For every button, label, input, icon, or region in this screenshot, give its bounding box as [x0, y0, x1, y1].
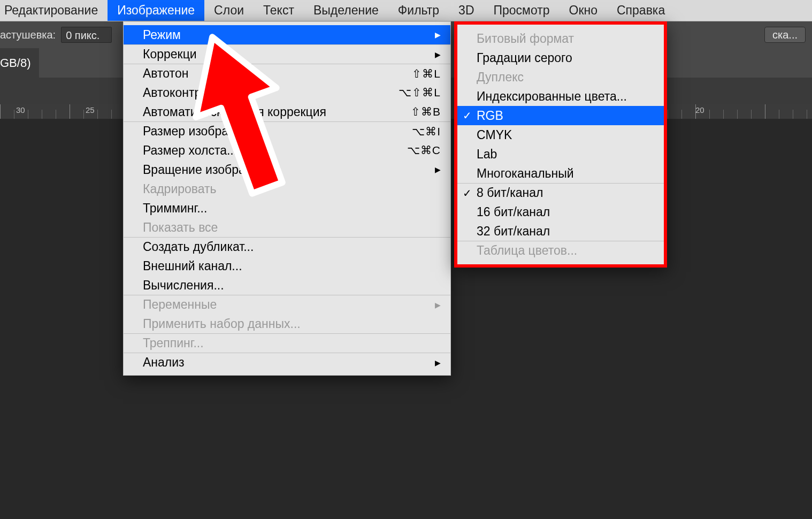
ruler-tick: 30: [16, 105, 25, 115]
image-menu-item-10: Показать все: [124, 218, 450, 237]
ruler-tick: 25: [86, 105, 95, 115]
menu-item-label: 32 бит/канал: [477, 224, 550, 239]
menu-window[interactable]: Окно: [560, 0, 607, 21]
image-menu-item-9[interactable]: Тримминг...: [124, 199, 450, 218]
menu-item-label: 8 бит/канал: [477, 186, 543, 200]
mode-menu-item-5[interactable]: CMYK: [457, 125, 664, 144]
feather-label: астушевка:: [0, 29, 56, 41]
image-menu-item-8: Кадрировать: [124, 179, 450, 199]
menu-view[interactable]: Просмотр: [484, 0, 560, 21]
submenu-arrow-icon: ▶: [413, 358, 441, 367]
mode-menu-item-2: Дуплекс: [457, 67, 664, 87]
menu-item-label: Вращение изображения: [143, 163, 281, 177]
image-menu-item-11[interactable]: Создать дубликат...: [124, 237, 450, 256]
check-icon: ✓: [463, 109, 472, 122]
menu-item-label: Режим: [143, 28, 181, 42]
shortcut-label: ⌥⌘I: [390, 125, 441, 138]
shortcut-label: ⇧⌘L: [390, 67, 441, 80]
mode-menu-item-4[interactable]: ✓RGB: [457, 106, 664, 125]
submenu-arrow-icon: ▶: [413, 50, 441, 59]
menu-item-label: Создать дубликат...: [143, 240, 254, 254]
menu-filter[interactable]: Фильтр: [388, 0, 449, 21]
mode-menu-item-1[interactable]: Градации серого: [457, 48, 664, 67]
image-menu: Режим▶Коррекци▶Автотон⇧⌘LАвтоконтр⌥⇧⌘LАв…: [123, 21, 451, 376]
menu-select[interactable]: Выделение: [304, 0, 388, 21]
check-icon: ✓: [463, 187, 472, 200]
menu-item-label: Таблица цветов...: [477, 243, 577, 258]
document-tab[interactable]: GB/8): [0, 48, 39, 78]
feather-input[interactable]: 0 пикс.: [61, 27, 112, 43]
menu-item-label: Кадрировать: [143, 182, 217, 196]
mode-menu-item-6[interactable]: Lab: [457, 144, 664, 164]
mode-menu-item-3[interactable]: Индексированные цвета...: [457, 87, 664, 106]
menu-item-label: Автоматическ етовая коррекция: [143, 105, 326, 119]
mask-button[interactable]: ска...: [764, 27, 806, 43]
image-menu-item-17[interactable]: Анализ▶: [124, 353, 450, 372]
menu-item-label: Анализ: [143, 355, 185, 370]
menu-item-label: Автотон: [143, 66, 188, 81]
ruler-tick: 20: [695, 105, 704, 115]
submenu-arrow-icon: ▶: [413, 30, 441, 39]
menu-item-label: Коррекци: [143, 47, 197, 62]
menu-item-label: Треппинг...: [143, 336, 204, 350]
menu-item-label: Градации серого: [477, 51, 572, 65]
image-menu-item-6[interactable]: Размер холста...⌥⌘C: [124, 141, 450, 160]
menu-item-label: Тримминг...: [143, 201, 207, 216]
menu-item-label: Размер изображ ..: [143, 124, 247, 139]
image-menu-item-3[interactable]: Автоконтр⌥⇧⌘L: [124, 83, 450, 102]
shortcut-label: ⌥⌘C: [386, 144, 441, 157]
shortcut-label: ⌥⇧⌘L: [377, 86, 441, 99]
menu-item-label: CMYK: [477, 128, 512, 142]
mode-submenu: Битовый форматГрадации серогоДуплексИнде…: [454, 21, 667, 268]
mode-menu-item-10[interactable]: 32 бит/канал: [457, 222, 664, 241]
menu-item-label: Битовый формат: [477, 32, 574, 46]
menu-edit[interactable]: Редактирование: [0, 0, 108, 21]
image-menu-item-2[interactable]: Автотон⇧⌘L: [124, 64, 450, 83]
menu-3d[interactable]: 3D: [449, 0, 484, 21]
image-menu-item-12[interactable]: Внешний канал...: [124, 256, 450, 276]
menu-item-label: Индексированные цвета...: [477, 89, 627, 104]
menu-item-label: Показать все: [143, 220, 218, 235]
menu-item-label: Размер холста...: [143, 143, 237, 158]
menu-item-label: Применить набор данных...: [143, 317, 301, 331]
menu-item-label: Многоканальный: [477, 166, 574, 181]
menu-layer[interactable]: Слои: [204, 0, 254, 21]
menu-item-label: RGB: [477, 109, 503, 123]
mode-menu-item-9[interactable]: 16 бит/канал: [457, 202, 664, 222]
image-menu-item-13[interactable]: Вычисления...: [124, 276, 450, 295]
shortcut-label: ⇧⌘B: [389, 105, 441, 118]
menu-help[interactable]: Справка: [607, 0, 675, 21]
mode-menu-item-7[interactable]: Многоканальный: [457, 164, 664, 183]
image-menu-item-7[interactable]: Вращение изображения▶: [124, 160, 450, 179]
menu-item-label: Вычисления...: [143, 278, 224, 293]
menubar: Редактирование Изображение Слои Текст Вы…: [0, 0, 812, 21]
image-menu-item-1[interactable]: Коррекци▶: [124, 44, 450, 64]
image-menu-item-16: Треппинг...: [124, 333, 450, 353]
mode-menu-item-11: Таблица цветов...: [457, 241, 664, 260]
menu-item-label: Переменные: [143, 297, 217, 312]
image-menu-item-0[interactable]: Режим▶: [124, 25, 450, 44]
mode-menu-item-0: Битовый формат: [457, 29, 664, 48]
image-menu-item-4[interactable]: Автоматическ етовая коррекция⇧⌘B: [124, 102, 450, 121]
image-menu-item-5[interactable]: Размер изображ ..⌥⌘I: [124, 121, 450, 141]
submenu-arrow-icon: ▶: [413, 165, 441, 174]
mode-menu-item-8[interactable]: ✓8 бит/канал: [457, 183, 664, 202]
menu-item-label: Автоконтр: [143, 86, 201, 100]
menu-image[interactable]: Изображение: [108, 0, 204, 21]
menu-item-label: Дуплекс: [477, 70, 524, 85]
menu-item-label: Внешний канал...: [143, 259, 242, 273]
submenu-arrow-icon: ▶: [413, 301, 441, 309]
menu-item-label: Lab: [477, 147, 497, 162]
menu-item-label: 16 бит/канал: [477, 205, 550, 219]
image-menu-item-14: Переменные▶: [124, 295, 450, 314]
image-menu-item-15: Применить набор данных...: [124, 314, 450, 333]
menu-text[interactable]: Текст: [254, 0, 304, 21]
